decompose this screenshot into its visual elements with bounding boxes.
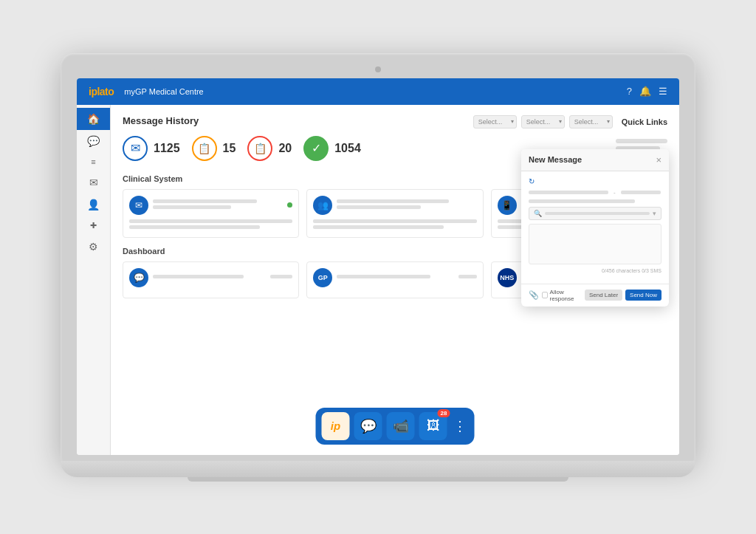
- card-line: [270, 275, 292, 278]
- sidebar-item-list[interactable]: ≡: [77, 152, 110, 171]
- allow-response-row: Allow response: [542, 289, 582, 302]
- stat-item-pending: 📋 15: [192, 136, 236, 161]
- email-icon: ✉: [89, 177, 98, 188]
- clinical-card-1[interactable]: ✉: [123, 189, 299, 238]
- quick-links-label: Quick Links: [622, 117, 667, 126]
- modal-footer: 📎 Allow response Send Later Send Now: [521, 284, 669, 307]
- modal-close-button[interactable]: ×: [656, 155, 662, 165]
- modal-row-2: -: [529, 189, 662, 196]
- stat-count-failed: 20: [278, 142, 292, 155]
- sidebar: 🏠 💬 ≡ ✉ 👤: [77, 105, 111, 455]
- card-line: [337, 199, 448, 203]
- sidebar-item-email[interactable]: ✉: [77, 171, 110, 194]
- sidebar-item-patients[interactable]: 👤: [77, 194, 110, 216]
- message-history-header: Message History Select... Select...: [123, 114, 667, 129]
- modal-bar: [529, 199, 635, 203]
- filter-select-2[interactable]: Select...: [521, 115, 565, 129]
- stat-count-sent: 1125: [154, 142, 180, 155]
- new-message-modal: New Message × ↻: [521, 149, 669, 307]
- messages-icon: 💬: [87, 135, 100, 147]
- dock-item-notify[interactable]: 🖼 28: [419, 412, 447, 440]
- stat-icon-pending: 📋: [192, 136, 217, 161]
- dock-item-video[interactable]: 📹: [387, 412, 415, 440]
- modal-row-3: [529, 199, 662, 203]
- clinical-card-icon-2: 👥: [313, 196, 332, 215]
- app-wrapper: iplato myGP Medical Centre ? 🔔 ☰ 🏠: [77, 78, 679, 455]
- stat-count-pending: 15: [223, 142, 236, 155]
- stat-item-failed: 📋 20: [247, 136, 292, 161]
- filter-select-wrapper-3: Select...: [569, 114, 613, 129]
- card-line: [153, 205, 231, 209]
- message-history-title: Message History: [123, 115, 473, 126]
- help-icon[interactable]: ?: [627, 86, 632, 97]
- dashboard-card-icon-3: NHS: [498, 268, 517, 287]
- chat-icon: 💬: [360, 418, 377, 434]
- sidebar-item-settings[interactable]: ⚙: [77, 236, 110, 258]
- card-line: [313, 219, 476, 223]
- filter-row: Select... Select...: [473, 114, 613, 129]
- send-later-button[interactable]: Send Later: [585, 290, 622, 301]
- send-now-button[interactable]: Send Now: [625, 290, 662, 301]
- home-icon: 🏠: [87, 113, 100, 125]
- card-line: [153, 275, 244, 278]
- filter-select-1[interactable]: Select...: [473, 115, 517, 129]
- bottom-dock: ip 💬 📹 🖼 28 ⋮: [316, 408, 475, 445]
- attach-icon[interactable]: 📎: [529, 290, 539, 300]
- menu-icon[interactable]: ☰: [659, 86, 667, 97]
- laptop-foot: [188, 477, 568, 482]
- screen-bezel: iplato myGP Medical Centre ? 🔔 ☰ 🏠: [61, 53, 695, 462]
- card-line: [458, 275, 477, 278]
- bell-icon[interactable]: 🔔: [639, 86, 651, 97]
- card-line: [129, 219, 292, 223]
- refresh-icon[interactable]: ↻: [529, 177, 535, 185]
- stat-count-delivered: 1054: [334, 142, 361, 155]
- dashboard-card-1[interactable]: 💬: [123, 261, 299, 298]
- org-name: myGP Medical Centre: [124, 87, 626, 96]
- patients-icon: 👤: [87, 199, 100, 210]
- modal-row-1: ↻: [529, 177, 662, 185]
- sidebar-item-messages[interactable]: 💬: [77, 130, 110, 152]
- allow-response-label: Allow response: [550, 289, 582, 302]
- modal-header: New Message ×: [521, 149, 669, 171]
- char-count: 0/456 characters 0/3 SMS: [529, 268, 662, 273]
- dashboard-card-icon-2: GP: [313, 268, 332, 287]
- clinical-card-icon-1: ✉: [129, 196, 148, 215]
- card-line: [337, 275, 430, 278]
- filter-select-3[interactable]: Select...: [569, 115, 613, 129]
- laptop-container: iplato myGP Medical Centre ? 🔔 ☰ 🏠: [61, 53, 695, 482]
- dock-item-ip[interactable]: ip: [322, 412, 350, 440]
- status-dot-green: [287, 202, 292, 208]
- top-nav: iplato myGP Medical Centre ? 🔔 ☰: [77, 78, 679, 105]
- stat-item-delivered: ✓ 1054: [303, 136, 361, 161]
- dock-dots[interactable]: ⋮: [452, 418, 469, 434]
- stat-icon-sent: ✉: [123, 136, 148, 161]
- list-icon: ≡: [91, 157, 95, 166]
- filter-select-wrapper-1: Select...: [473, 114, 517, 129]
- modal-body: ↻ -: [521, 171, 669, 284]
- notify-icon: 🖼: [427, 418, 440, 434]
- modal-bar: [621, 191, 661, 194]
- laptop-screen: iplato myGP Medical Centre ? 🔔 ☰ 🏠: [77, 78, 679, 455]
- dashboard-card-icon-1: 💬: [129, 268, 148, 287]
- laptop-camera: [375, 66, 381, 72]
- dock-item-chat[interactable]: 💬: [354, 412, 382, 440]
- app-body: 🏠 💬 ≡ ✉ 👤: [77, 105, 679, 455]
- clinical-card-icon-3: 📱: [498, 196, 517, 215]
- search-dropdown-icon: ▾: [653, 210, 656, 217]
- modal-title: New Message: [529, 155, 582, 164]
- clinical-card-2[interactable]: 👥: [306, 189, 483, 238]
- card-line: [153, 199, 257, 203]
- card-line: [129, 225, 260, 229]
- top-nav-actions: ? 🔔 ☰: [627, 86, 667, 97]
- quick-link-bar-1: [616, 139, 667, 143]
- search-icon: 🔍: [534, 210, 542, 217]
- message-text-area[interactable]: [529, 224, 662, 264]
- allow-response-checkbox[interactable]: [542, 292, 548, 298]
- sidebar-item-clinical[interactable]: ✚: [77, 216, 110, 236]
- ip-logo: ip: [331, 420, 340, 432]
- modal-search-row[interactable]: 🔍 ▾: [529, 207, 662, 220]
- dashboard-card-2[interactable]: GP: [306, 261, 483, 298]
- card-line: [337, 205, 421, 209]
- card-line: [313, 225, 444, 229]
- sidebar-item-home[interactable]: 🏠: [77, 108, 110, 130]
